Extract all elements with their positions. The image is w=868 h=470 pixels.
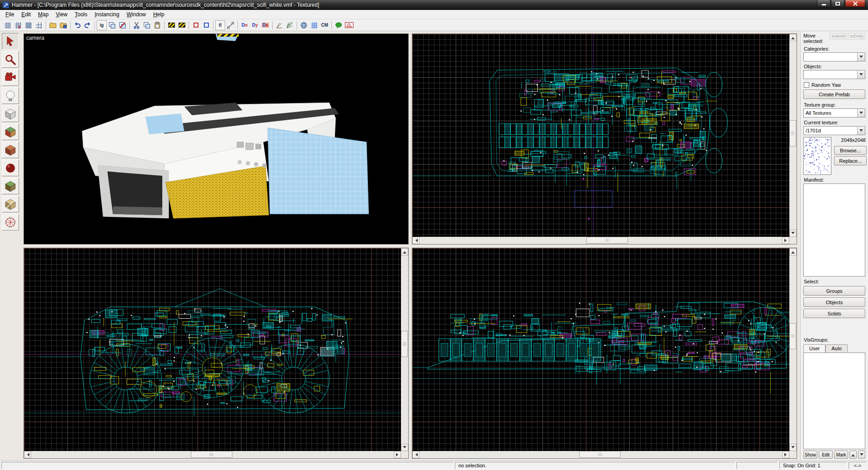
scroll-up-button[interactable]: [789, 248, 797, 255]
cut-button[interactable]: [132, 20, 142, 30]
scroll-left-button[interactable]: [24, 451, 31, 458]
scrollbar-thumb[interactable]: [579, 451, 621, 458]
categories-combo[interactable]: [803, 52, 865, 61]
close-button[interactable]: [845, 0, 865, 7]
menu-view[interactable]: View: [52, 10, 71, 19]
select-groups-button[interactable]: Groups: [803, 286, 865, 296]
mark-button[interactable]: Mark: [834, 451, 848, 459]
magnify-tool-button[interactable]: [2, 51, 19, 68]
toggle-3d-grid-button[interactable]: 3: [13, 20, 23, 30]
scrollbar-track[interactable]: [401, 255, 408, 444]
scroll-down-button[interactable]: [789, 230, 797, 237]
scroll-right-button[interactable]: [782, 237, 789, 244]
edit-button[interactable]: Edit: [819, 451, 833, 459]
make-hollow-button[interactable]: [177, 20, 187, 30]
move-up-button[interactable]: [849, 451, 857, 459]
manif est-list[interactable]: [803, 183, 865, 277]
scroll-right-button[interactable]: [394, 451, 401, 458]
ungroup-button[interactable]: [118, 20, 127, 30]
create-prefab-button[interactable]: Create Prefab: [803, 89, 865, 99]
copy-button[interactable]: [142, 20, 152, 30]
apply-decals-tool-button[interactable]: [2, 160, 19, 176]
scroll-down-button[interactable]: [401, 444, 408, 451]
vertical-scrollbar[interactable]: [401, 248, 408, 451]
displacement-alpha-button[interactable]: Da: [260, 20, 270, 30]
checkbox-box[interactable]: [804, 82, 809, 88]
to-entity-button[interactable]: toEntity: [848, 33, 865, 39]
horizontal-scrollbar[interactable]: [412, 237, 789, 244]
group-button[interactable]: [107, 20, 117, 30]
dropdown-arrow-icon[interactable]: [857, 70, 865, 79]
texture-application-tool-button[interactable]: [2, 123, 19, 140]
dropdown-arrow-icon[interactable]: [857, 127, 865, 135]
viewport-side[interactable]: [412, 248, 797, 459]
scrollbar-thumb[interactable]: [401, 331, 408, 357]
visgroups-list[interactable]: [803, 352, 865, 449]
show-button[interactable]: Show: [803, 451, 817, 459]
viewport-3d-canvas[interactable]: [24, 34, 408, 244]
scrollbar-thumb[interactable]: [789, 120, 796, 146]
horizontal-scrollbar[interactable]: [412, 451, 789, 458]
block-tool-button[interactable]: [2, 105, 19, 122]
scroll-up-button[interactable]: [789, 34, 797, 41]
overlay-tool-button[interactable]: [2, 178, 19, 194]
vertex-tool-button[interactable]: [2, 214, 19, 230]
minimize-button[interactable]: [817, 0, 830, 7]
clipping-tool-button[interactable]: [2, 196, 19, 212]
scrollbar-thumb[interactable]: [789, 323, 796, 349]
vertical-scrollbar[interactable]: [789, 248, 797, 451]
texture-lock-button[interactable]: tl: [215, 20, 225, 30]
load-window-state-button[interactable]: [48, 20, 58, 30]
selection-tool-button[interactable]: [2, 33, 19, 50]
instance-messages-button[interactable]: [334, 20, 344, 30]
select-objects-button[interactable]: Objects: [803, 297, 865, 307]
menu-map[interactable]: Map: [34, 10, 52, 19]
viewport-front-canvas[interactable]: [24, 248, 401, 451]
scroll-left-button[interactable]: [412, 451, 420, 458]
show-hidden-button[interactable]: [201, 20, 211, 30]
scrollbar-track[interactable]: [420, 451, 782, 458]
move-down-button[interactable]: [858, 451, 865, 459]
browse-button[interactable]: Browse...: [834, 146, 867, 155]
viewport-3d[interactable]: camera: [24, 33, 409, 244]
viewport-front[interactable]: [24, 248, 409, 459]
displacement-solid-mask-button[interactable]: Do: [240, 20, 250, 30]
dropdown-arrow-icon[interactable]: [857, 109, 865, 117]
replace-button[interactable]: Replace...: [834, 156, 867, 165]
menu-file[interactable]: File: [2, 10, 18, 19]
menu-tools[interactable]: Tools: [71, 10, 91, 19]
scrollbar-thumb[interactable]: [586, 237, 628, 244]
radius-culling-button[interactable]: [285, 20, 295, 30]
tab-auto[interactable]: Auto: [826, 344, 848, 352]
scrollbar-track[interactable]: [789, 255, 797, 444]
random-yaw-checkbox[interactable]: Random Yaw: [804, 82, 865, 88]
viewport-top[interactable]: [412, 33, 797, 244]
texture-scale-lock-button[interactable]: [226, 20, 236, 30]
angle-snap-button[interactable]: [274, 20, 284, 30]
larger-grid-button[interactable]: [34, 20, 44, 30]
center-on-selection-button[interactable]: CM: [320, 20, 330, 30]
carve-button[interactable]: [166, 20, 176, 30]
maximize-button[interactable]: [831, 0, 844, 7]
scrollbar-thumb[interactable]: [191, 451, 232, 458]
toggle-group-ignore-button[interactable]: ig: [97, 20, 107, 30]
viewport-top-canvas[interactable]: [412, 34, 789, 237]
objects-combo[interactable]: [803, 70, 865, 79]
vertical-scrollbar[interactable]: [789, 34, 797, 237]
scrollbar-track[interactable]: [420, 237, 782, 244]
menu-edit[interactable]: Edit: [18, 10, 34, 19]
displacement-walkable-button[interactable]: Dy: [250, 20, 260, 30]
menu-window[interactable]: Window: [123, 10, 150, 19]
texture-group-combo[interactable]: All Textures: [803, 108, 865, 118]
undo-button[interactable]: [72, 20, 82, 30]
scroll-down-button[interactable]: [789, 444, 797, 451]
tab-user[interactable]: User: [803, 344, 826, 352]
grid-properties-button[interactable]: [309, 20, 319, 30]
toggle-grid-button[interactable]: [3, 20, 13, 30]
to-world-button[interactable]: toWorld: [830, 33, 847, 39]
select-solids-button[interactable]: Solids: [803, 309, 865, 318]
paste-button[interactable]: [152, 20, 162, 30]
camera-tool-button[interactable]: [2, 69, 19, 86]
toggle-nodraw-button[interactable]: nodraw: [344, 20, 354, 30]
current-texture-combo[interactable]: /1701d: [803, 126, 865, 135]
